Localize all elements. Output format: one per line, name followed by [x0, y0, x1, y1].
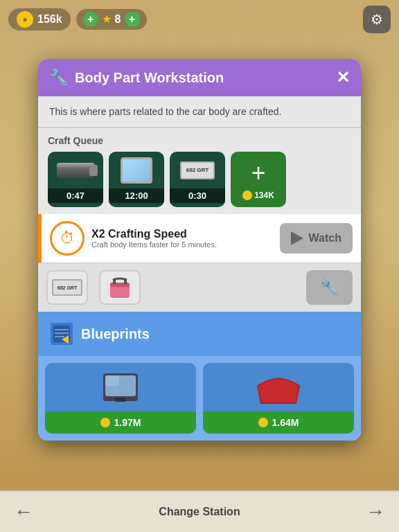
top-bar: ● 156k + ★ 8 + ⚙: [0, 0, 399, 38]
blueprint-items: 1.97M 1.64M: [38, 356, 361, 441]
item-bucket-card[interactable]: [99, 270, 141, 305]
svg-rect-13: [115, 398, 126, 402]
add-to-queue-button[interactable]: + 134K: [231, 152, 286, 207]
coin-icon-bp: [100, 418, 110, 427]
item-plate-card[interactable]: 682 GRT: [46, 270, 88, 305]
star-icon: ★: [102, 12, 112, 26]
watch-label: Watch: [309, 232, 342, 245]
queue-item-window[interactable]: 12:00: [109, 152, 164, 207]
pipe-image: [48, 152, 103, 188]
add-coins-button[interactable]: +: [83, 12, 98, 27]
add-btn-inner: + 134K: [242, 159, 274, 200]
modal-description: This is where parts related to the car b…: [38, 96, 361, 128]
queue-item-time-2: 12:00: [109, 188, 164, 203]
queue-item-pipe[interactable]: 0:47: [48, 152, 103, 207]
queue-item-time-1: 0:47: [48, 188, 103, 203]
add-stars-button[interactable]: +: [125, 12, 140, 27]
modal-header: 🔧 Body Part Workstation ✕: [38, 59, 361, 96]
plate-label: 682 GRT: [52, 279, 82, 296]
blueprints-label: Blueprints: [81, 326, 150, 342]
ad-title: X2 Crafting Speed: [91, 228, 273, 240]
wrench-action-button[interactable]: 🔧: [306, 270, 353, 305]
bottom-bar: ← Change Station →: [0, 490, 399, 532]
ad-text: X2 Crafting Speed Craft body Items faste…: [91, 228, 273, 249]
coin-icon: ●: [17, 11, 33, 28]
items-row: 682 GRT 🔧: [38, 263, 361, 312]
add-cost-label: 134K: [254, 190, 274, 200]
hood-image: [203, 363, 354, 411]
craft-queue-section: Craft Queue 0:47 12:00: [38, 128, 361, 214]
coin-display: ● 156k: [8, 8, 71, 30]
blueprint-icon: [49, 321, 74, 346]
speed-icon: ⏱: [60, 229, 75, 247]
add-cost: 134K: [242, 190, 274, 200]
svg-rect-12: [105, 375, 119, 386]
wrench-icon: 🔧: [49, 69, 68, 87]
coin-amount: 156k: [37, 13, 62, 26]
blueprint-item-hood: 1.64M: [203, 363, 354, 434]
next-station-button[interactable]: →: [366, 501, 385, 523]
bucket-icon: [107, 274, 132, 301]
star-display: + ★ 8 +: [76, 9, 147, 30]
close-button[interactable]: ✕: [336, 69, 350, 86]
coin-icon-small: [242, 190, 252, 200]
buy-hood-button[interactable]: 1.64M: [203, 411, 354, 434]
plus-icon: +: [251, 159, 265, 188]
speedometer-icon: ⏱: [50, 221, 85, 256]
craft-queue-row: 0:47 12:00 682 GRT 0:30 +: [48, 152, 351, 207]
modal-title: Body Part Workstation: [75, 70, 329, 86]
mirror-image: [45, 363, 196, 411]
craft-queue-label: Craft Queue: [48, 135, 351, 146]
play-icon: [291, 231, 303, 245]
wrench-symbol: 🔧: [320, 278, 339, 296]
blueprints-header: Blueprints: [38, 312, 361, 356]
queue-item-time-3: 0:30: [170, 188, 225, 203]
ad-subtitle: Craft body Items faster for 5 minutes.: [91, 240, 273, 249]
window-image: [109, 152, 164, 188]
gear-icon: ⚙: [371, 11, 383, 28]
coin-icon-bp2: [258, 418, 268, 427]
prev-station-button[interactable]: ←: [14, 501, 33, 523]
change-station-label: Change Station: [159, 506, 240, 518]
queue-item-plate[interactable]: 682 GRT 0:30: [170, 152, 225, 207]
plate-image: 682 GRT: [170, 152, 225, 188]
hood-cost: 1.64M: [272, 417, 299, 428]
ad-banner: ⏱ X2 Crafting Speed Craft body Items fas…: [38, 214, 361, 263]
star-count: 8: [115, 13, 121, 26]
buy-mirror-button[interactable]: 1.97M: [45, 411, 196, 434]
workstation-modal: 🔧 Body Part Workstation ✕ This is where …: [38, 59, 361, 441]
mirror-cost: 1.97M: [114, 417, 141, 428]
blueprint-item-mirror: 1.97M: [45, 363, 196, 434]
settings-button[interactable]: ⚙: [363, 6, 391, 33]
watch-button[interactable]: Watch: [280, 223, 353, 254]
